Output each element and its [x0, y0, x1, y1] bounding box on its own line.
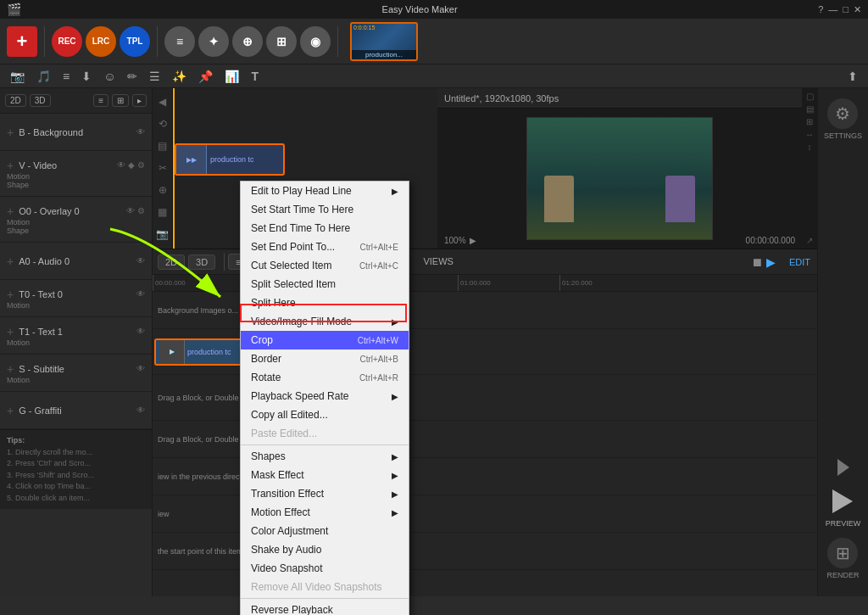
3d-mode-btn[interactable]: 3D — [30, 94, 51, 107]
text-btn[interactable]: T — [248, 68, 262, 85]
vert-btn-4[interactable]: ✂ — [154, 159, 171, 176]
arrow-right-button[interactable] — [837, 459, 849, 476]
play-preview-btn[interactable]: ▶ — [470, 236, 476, 245]
ctx-shapes[interactable]: Shapes ▶ — [241, 447, 409, 466]
play-btn[interactable]: ▶ — [766, 255, 776, 269]
timeline-edit-btn[interactable]: EDIT — [782, 257, 817, 267]
3d-btn[interactable]: 3D — [188, 254, 215, 270]
track-add-B[interactable]: + — [7, 126, 14, 139]
ctx-playback-speed[interactable]: Playback Speed Rate ▶ — [241, 387, 409, 405]
ctx-cut-selected[interactable]: Cut Selected Item Ctrl+Alt+C — [241, 256, 409, 275]
thumbnail-strip[interactable]: 0:0:0:15 production... — [350, 22, 418, 61]
vert-small-1[interactable]: ▢ — [806, 92, 814, 101]
track-lock-V[interactable]: ◆ — [128, 160, 135, 170]
track-eye-B[interactable]: 👁 — [136, 127, 145, 137]
maximize-btn[interactable]: □ — [843, 4, 849, 15]
minimize-btn[interactable]: — — [828, 4, 837, 15]
track-add-G[interactable]: + — [7, 404, 14, 417]
ctx-color-adjust[interactable]: Color Adjustment — [241, 522, 409, 540]
vert-small-2[interactable]: ▤ — [806, 104, 814, 114]
track-add-O0[interactable]: + — [7, 204, 14, 218]
track-layout-btn2[interactable]: ⊞ — [112, 94, 129, 107]
video-clip-highlighted[interactable]: ▶▶ production tc — [175, 143, 285, 176]
close-btn[interactable]: ✕ — [854, 4, 861, 15]
ctx-reverse[interactable]: Reverse Playback — [241, 601, 409, 615]
pin-btn[interactable]: 📌 — [195, 68, 216, 85]
rec-button[interactable]: REC — [52, 26, 82, 57]
ctx-border[interactable]: Border Ctrl+Alt+B — [241, 349, 409, 368]
bullets-btn[interactable]: ☰ — [146, 68, 164, 85]
help-btn[interactable]: ? — [818, 4, 823, 15]
vert-small-6[interactable]: ↗ — [806, 236, 813, 245]
ctx-rotate[interactable]: Rotate Ctrl+Alt+R — [241, 368, 409, 387]
2d-mode-btn[interactable]: 2D — [5, 94, 26, 107]
ctx-shake-audio[interactable]: Shake by Audio — [241, 540, 409, 559]
circle-button[interactable]: ◉ — [300, 26, 331, 57]
chart-btn[interactable]: 📊 — [221, 68, 242, 85]
track-layout-btn1[interactable]: ≡ — [93, 94, 108, 107]
pen-btn[interactable]: ✏ — [124, 68, 141, 85]
track-add-V[interactable]: + — [7, 159, 14, 172]
face-btn[interactable]: ☺ — [100, 68, 119, 85]
download-btn[interactable]: ⬇ — [78, 68, 95, 85]
track-eye-S[interactable]: 👁 — [136, 364, 145, 373]
track-eye-A0[interactable]: 👁 — [136, 256, 145, 266]
vert-small-3[interactable]: ⊞ — [806, 117, 813, 126]
ctx-set-end-time[interactable]: Set End Time To Here — [241, 219, 409, 238]
star-button[interactable]: ✦ — [198, 26, 229, 57]
track-eye-O0[interactable]: 👁 — [126, 206, 135, 215]
stop-btn[interactable]: ⏹ — [751, 255, 763, 269]
export-btn[interactable]: ⬆ — [844, 68, 861, 85]
ctx-set-end-point[interactable]: Set End Point To... Ctrl+Alt+E — [241, 238, 409, 256]
list-button[interactable]: ≡ — [164, 26, 195, 57]
ctx-edit-to-play-head[interactable]: Edit to Play Head Line ▶ — [241, 182, 409, 200]
2d-btn[interactable]: 2D — [158, 254, 185, 270]
vert-small-4[interactable]: ↔ — [805, 130, 814, 139]
track-add-S[interactable]: + — [7, 362, 14, 376]
music-btn[interactable]: 🎵 — [33, 68, 54, 85]
ctx-snapshot[interactable]: Video Snapshot — [241, 559, 409, 578]
track-add-T1[interactable]: + — [7, 325, 14, 338]
track-eye-G[interactable]: 👁 — [136, 405, 145, 415]
track-extra-O0[interactable]: ⚙ — [137, 206, 145, 215]
plus-circle-button[interactable]: ⊕ — [232, 26, 263, 57]
ctx-split-selected[interactable]: Split Selected Item — [241, 275, 409, 294]
ctx-remove-snapshots[interactable]: Remove All Video Snapshots — [241, 578, 409, 596]
ctx-fill-mode[interactable]: Video/Image Fill Mode ▶ — [241, 312, 409, 331]
track-add-T0[interactable]: + — [7, 288, 14, 301]
ctx-set-start-time[interactable]: Set Start Time To Here — [241, 200, 409, 219]
vert-btn-3[interactable]: ▤ — [154, 137, 171, 154]
track-eye-T1[interactable]: 👁 — [136, 327, 145, 336]
vert-btn-5[interactable]: ⊕ — [154, 182, 171, 198]
list2-btn[interactable]: ≡ — [59, 68, 73, 85]
ctx-motion-effect[interactable]: Motion Effect ▶ — [241, 503, 409, 522]
tab-views[interactable]: VIEWS — [415, 253, 461, 271]
track-layout-btn3[interactable]: ▸ — [132, 94, 147, 107]
vert-btn-2[interactable]: ⟲ — [154, 115, 171, 132]
ctx-split-here[interactable]: Split Here — [241, 294, 409, 312]
tpl-button[interactable]: TPL — [120, 26, 150, 57]
track-eye-V[interactable]: 👁 — [117, 160, 125, 170]
ctx-mask-effect[interactable]: Mask Effect ▶ — [241, 466, 409, 484]
vert-btn-7[interactable]: 📷 — [154, 226, 171, 243]
timeline-header-left: 2D 3D ≡ ⊞ ▸ — [0, 88, 152, 114]
vert-btn-1[interactable]: ◀ — [154, 93, 171, 110]
ctx-copy-edited[interactable]: Copy all Edited... — [241, 405, 409, 424]
camera-btn[interactable]: 📷 — [7, 68, 28, 85]
add-button[interactable]: + — [7, 26, 37, 57]
vert-small-5[interactable]: ↕ — [808, 143, 812, 152]
track-extra-V[interactable]: ⚙ — [137, 160, 145, 170]
track-eye-T0[interactable]: 👁 — [136, 289, 145, 299]
render-button[interactable]: ⊞ Render — [826, 538, 859, 579]
grid-button[interactable]: ⊞ — [266, 26, 297, 57]
toolbar-divider — [44, 26, 45, 57]
lrc-button[interactable]: LRC — [86, 26, 116, 57]
ctx-paste-edited[interactable]: Paste Edited... — [241, 424, 409, 443]
ctx-crop[interactable]: Crop Ctrl+Alt+W — [241, 331, 409, 349]
preview-button[interactable]: Preview — [826, 486, 861, 528]
ctx-transition[interactable]: Transition Effect ▶ — [241, 484, 409, 503]
settings-button[interactable]: ⚙ Settings — [824, 98, 862, 140]
vert-btn-6[interactable]: ▦ — [154, 204, 171, 221]
sparkle-btn[interactable]: ✨ — [169, 68, 190, 85]
track-add-A0[interactable]: + — [7, 254, 14, 268]
